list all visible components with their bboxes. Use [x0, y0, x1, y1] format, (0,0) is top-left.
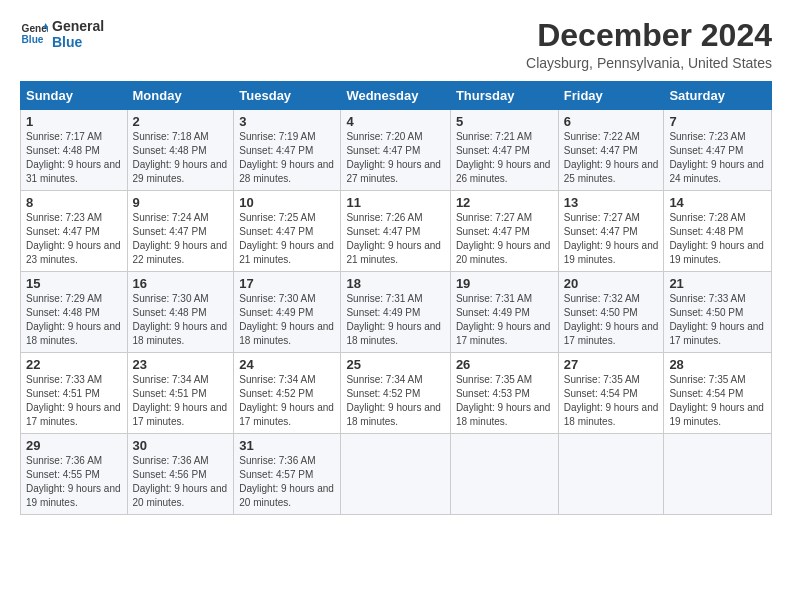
day-number: 17 — [239, 276, 335, 291]
calendar-cell: 27Sunrise: 7:35 AMSunset: 4:54 PMDayligh… — [558, 353, 664, 434]
calendar-table: Sunday Monday Tuesday Wednesday Thursday… — [20, 81, 772, 515]
page: General Blue General Blue December 2024 … — [0, 0, 792, 525]
calendar-cell: 10Sunrise: 7:25 AMSunset: 4:47 PMDayligh… — [234, 191, 341, 272]
day-number: 28 — [669, 357, 766, 372]
logo-icon: General Blue — [20, 20, 48, 48]
day-number: 8 — [26, 195, 122, 210]
day-number: 25 — [346, 357, 444, 372]
day-info: Sunrise: 7:26 AMSunset: 4:47 PMDaylight:… — [346, 212, 441, 265]
calendar-cell: 18Sunrise: 7:31 AMSunset: 4:49 PMDayligh… — [341, 272, 450, 353]
day-info: Sunrise: 7:18 AMSunset: 4:48 PMDaylight:… — [133, 131, 228, 184]
day-info: Sunrise: 7:25 AMSunset: 4:47 PMDaylight:… — [239, 212, 334, 265]
calendar-cell: 20Sunrise: 7:32 AMSunset: 4:50 PMDayligh… — [558, 272, 664, 353]
day-info: Sunrise: 7:36 AMSunset: 4:55 PMDaylight:… — [26, 455, 121, 508]
col-wednesday: Wednesday — [341, 82, 450, 110]
col-tuesday: Tuesday — [234, 82, 341, 110]
calendar-cell: 25Sunrise: 7:34 AMSunset: 4:52 PMDayligh… — [341, 353, 450, 434]
day-info: Sunrise: 7:33 AMSunset: 4:51 PMDaylight:… — [26, 374, 121, 427]
calendar-cell: 8Sunrise: 7:23 AMSunset: 4:47 PMDaylight… — [21, 191, 128, 272]
day-number: 5 — [456, 114, 553, 129]
title-block: December 2024 Claysburg, Pennsylvania, U… — [526, 18, 772, 71]
day-info: Sunrise: 7:27 AMSunset: 4:47 PMDaylight:… — [564, 212, 659, 265]
calendar-cell: 3Sunrise: 7:19 AMSunset: 4:47 PMDaylight… — [234, 110, 341, 191]
calendar-cell — [341, 434, 450, 515]
calendar-cell: 12Sunrise: 7:27 AMSunset: 4:47 PMDayligh… — [450, 191, 558, 272]
day-number: 3 — [239, 114, 335, 129]
day-info: Sunrise: 7:35 AMSunset: 4:54 PMDaylight:… — [564, 374, 659, 427]
calendar-cell: 28Sunrise: 7:35 AMSunset: 4:54 PMDayligh… — [664, 353, 772, 434]
main-title: December 2024 — [526, 18, 772, 53]
day-info: Sunrise: 7:34 AMSunset: 4:52 PMDaylight:… — [346, 374, 441, 427]
calendar-cell: 5Sunrise: 7:21 AMSunset: 4:47 PMDaylight… — [450, 110, 558, 191]
day-info: Sunrise: 7:30 AMSunset: 4:49 PMDaylight:… — [239, 293, 334, 346]
day-number: 2 — [133, 114, 229, 129]
day-number: 9 — [133, 195, 229, 210]
day-info: Sunrise: 7:33 AMSunset: 4:50 PMDaylight:… — [669, 293, 764, 346]
day-info: Sunrise: 7:20 AMSunset: 4:47 PMDaylight:… — [346, 131, 441, 184]
calendar-cell: 9Sunrise: 7:24 AMSunset: 4:47 PMDaylight… — [127, 191, 234, 272]
day-number: 11 — [346, 195, 444, 210]
day-number: 22 — [26, 357, 122, 372]
day-info: Sunrise: 7:28 AMSunset: 4:48 PMDaylight:… — [669, 212, 764, 265]
day-number: 27 — [564, 357, 659, 372]
day-number: 31 — [239, 438, 335, 453]
day-info: Sunrise: 7:22 AMSunset: 4:47 PMDaylight:… — [564, 131, 659, 184]
col-friday: Friday — [558, 82, 664, 110]
day-info: Sunrise: 7:34 AMSunset: 4:52 PMDaylight:… — [239, 374, 334, 427]
day-info: Sunrise: 7:29 AMSunset: 4:48 PMDaylight:… — [26, 293, 121, 346]
calendar-cell: 30Sunrise: 7:36 AMSunset: 4:56 PMDayligh… — [127, 434, 234, 515]
day-number: 26 — [456, 357, 553, 372]
day-info: Sunrise: 7:21 AMSunset: 4:47 PMDaylight:… — [456, 131, 551, 184]
calendar-cell — [450, 434, 558, 515]
calendar-cell: 26Sunrise: 7:35 AMSunset: 4:53 PMDayligh… — [450, 353, 558, 434]
svg-text:General: General — [22, 24, 48, 35]
day-number: 23 — [133, 357, 229, 372]
day-number: 14 — [669, 195, 766, 210]
calendar-cell: 13Sunrise: 7:27 AMSunset: 4:47 PMDayligh… — [558, 191, 664, 272]
calendar-cell: 31Sunrise: 7:36 AMSunset: 4:57 PMDayligh… — [234, 434, 341, 515]
day-number: 6 — [564, 114, 659, 129]
calendar-cell — [558, 434, 664, 515]
day-number: 7 — [669, 114, 766, 129]
day-info: Sunrise: 7:17 AMSunset: 4:48 PMDaylight:… — [26, 131, 121, 184]
day-info: Sunrise: 7:19 AMSunset: 4:47 PMDaylight:… — [239, 131, 334, 184]
calendar-cell: 29Sunrise: 7:36 AMSunset: 4:55 PMDayligh… — [21, 434, 128, 515]
calendar-cell — [664, 434, 772, 515]
logo: General Blue General Blue — [20, 18, 104, 50]
day-info: Sunrise: 7:23 AMSunset: 4:47 PMDaylight:… — [669, 131, 764, 184]
day-info: Sunrise: 7:27 AMSunset: 4:47 PMDaylight:… — [456, 212, 551, 265]
col-sunday: Sunday — [21, 82, 128, 110]
day-number: 12 — [456, 195, 553, 210]
day-number: 10 — [239, 195, 335, 210]
day-info: Sunrise: 7:31 AMSunset: 4:49 PMDaylight:… — [346, 293, 441, 346]
day-number: 20 — [564, 276, 659, 291]
subtitle: Claysburg, Pennsylvania, United States — [526, 55, 772, 71]
calendar-week-row: 15Sunrise: 7:29 AMSunset: 4:48 PMDayligh… — [21, 272, 772, 353]
day-number: 4 — [346, 114, 444, 129]
calendar-cell: 15Sunrise: 7:29 AMSunset: 4:48 PMDayligh… — [21, 272, 128, 353]
day-number: 15 — [26, 276, 122, 291]
logo-general: General — [52, 18, 104, 34]
day-info: Sunrise: 7:34 AMSunset: 4:51 PMDaylight:… — [133, 374, 228, 427]
day-number: 1 — [26, 114, 122, 129]
col-monday: Monday — [127, 82, 234, 110]
day-info: Sunrise: 7:36 AMSunset: 4:57 PMDaylight:… — [239, 455, 334, 508]
svg-text:Blue: Blue — [22, 34, 44, 45]
day-number: 16 — [133, 276, 229, 291]
day-info: Sunrise: 7:36 AMSunset: 4:56 PMDaylight:… — [133, 455, 228, 508]
calendar-cell: 2Sunrise: 7:18 AMSunset: 4:48 PMDaylight… — [127, 110, 234, 191]
day-info: Sunrise: 7:32 AMSunset: 4:50 PMDaylight:… — [564, 293, 659, 346]
calendar-week-row: 22Sunrise: 7:33 AMSunset: 4:51 PMDayligh… — [21, 353, 772, 434]
calendar-cell: 24Sunrise: 7:34 AMSunset: 4:52 PMDayligh… — [234, 353, 341, 434]
logo-blue: Blue — [52, 34, 104, 50]
col-thursday: Thursday — [450, 82, 558, 110]
calendar-cell: 22Sunrise: 7:33 AMSunset: 4:51 PMDayligh… — [21, 353, 128, 434]
header: General Blue General Blue December 2024 … — [20, 18, 772, 71]
day-info: Sunrise: 7:23 AMSunset: 4:47 PMDaylight:… — [26, 212, 121, 265]
day-number: 24 — [239, 357, 335, 372]
day-info: Sunrise: 7:35 AMSunset: 4:54 PMDaylight:… — [669, 374, 764, 427]
calendar-cell: 21Sunrise: 7:33 AMSunset: 4:50 PMDayligh… — [664, 272, 772, 353]
day-number: 13 — [564, 195, 659, 210]
day-number: 29 — [26, 438, 122, 453]
calendar-cell: 4Sunrise: 7:20 AMSunset: 4:47 PMDaylight… — [341, 110, 450, 191]
